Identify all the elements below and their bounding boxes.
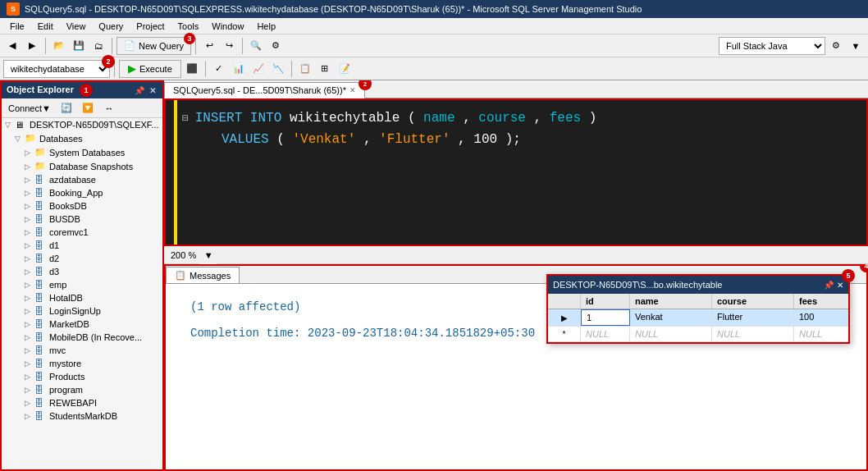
zoom-level: 200 % xyxy=(171,250,196,260)
execute-button[interactable]: ▶ Execute xyxy=(119,60,181,78)
forward-btn[interactable]: ▶ xyxy=(23,37,41,55)
toolbar-row2: wikitechydatabase 2 ▶ Execute ⬛ ✓ 📊 📈 📉 … xyxy=(0,57,868,80)
more-btn2[interactable]: ⚙ xyxy=(267,37,285,55)
object-explorer: Object Explorer 1 📌 ✕ Connect▼ 🔄 🔽 ↔ ▽ 🖥… xyxy=(0,80,164,471)
products-node[interactable]: ▷ 🗄 Products xyxy=(21,370,162,383)
more-btn1[interactable]: 🔍 xyxy=(247,37,265,55)
undo-btn[interactable]: ↩ xyxy=(200,37,218,55)
execute-icon: ▶ xyxy=(128,62,136,75)
zoom-btn[interactable]: ▼ xyxy=(199,246,217,264)
text-btn[interactable]: 📝 xyxy=(336,60,354,78)
badge-2-tab: 2 xyxy=(359,80,372,90)
parse-btn[interactable]: ✓ xyxy=(210,60,228,78)
badge-5: 5 xyxy=(842,269,855,282)
row-indicator-1: ▶ xyxy=(548,309,581,326)
grid-cell-course-null: NULL xyxy=(712,327,794,341)
new-query-button[interactable]: 📄 New Query 3 xyxy=(116,37,191,55)
menu-project[interactable]: Project xyxy=(130,20,171,33)
menu-tools[interactable]: Tools xyxy=(171,20,206,33)
d2-node[interactable]: ▷ 🗄 d2 xyxy=(21,252,162,265)
grid-cell-id-1: 1 xyxy=(581,309,630,326)
database-snapshots-node[interactable]: ▷ 📁 Database Snapshots xyxy=(21,159,162,173)
oe-filter-btn[interactable]: 🔽 xyxy=(79,99,97,117)
sep2 xyxy=(112,38,112,54)
grid-cell-name-null: NULL xyxy=(630,327,712,341)
oe-close-icon[interactable]: ✕ xyxy=(148,85,158,96)
menu-file[interactable]: File xyxy=(3,20,31,33)
redo-btn[interactable]: ↪ xyxy=(220,37,238,55)
fullstack-selector[interactable]: Full Stack Java xyxy=(719,37,825,55)
grid-pin-icon[interactable]: 📌 xyxy=(824,281,834,290)
oe-pin-icon[interactable]: 📌 xyxy=(133,85,146,96)
d3-node[interactable]: ▷ 🗄 d3 xyxy=(21,265,162,278)
grid-cell-fees-1: 100 xyxy=(794,309,852,326)
grid-col-indicator xyxy=(548,294,581,309)
grid-row-null[interactable]: * NULL NULL NULL NULL xyxy=(548,327,848,342)
server-node[interactable]: ▽ 🖥 DESKTOP-N65D09T\SQLEXF... xyxy=(2,118,162,131)
right-area: SQLQuery5.sql - DE...5D09T\Sharuk (65))*… xyxy=(164,80,868,471)
main-area: Object Explorer 1 📌 ✕ Connect▼ 🔄 🔽 ↔ ▽ 🖥… xyxy=(0,80,868,471)
mystore-node[interactable]: ▷ 🗄 mystore xyxy=(21,357,162,370)
grid-col-name: name xyxy=(630,294,712,309)
grid-col-id: id xyxy=(581,294,630,309)
code-line-2: VALUES ( 'Venkat' , 'Flutter' , 100 ); xyxy=(182,130,850,151)
d1-node[interactable]: ▷ 🗄 d1 xyxy=(21,239,162,252)
grid-btn[interactable]: ⊞ xyxy=(316,60,334,78)
booking-app-node[interactable]: ▷ 🗄 Booking_App xyxy=(21,186,162,199)
databases-node[interactable]: ▽ 📁 Databases xyxy=(11,131,162,145)
marketdb-node[interactable]: ▷ 🗄 MarketDB xyxy=(21,318,162,331)
menu-help[interactable]: Help xyxy=(250,20,282,33)
oe-refresh-btn[interactable]: 🔄 xyxy=(57,99,75,117)
grid-close-icon[interactable]: ✕ xyxy=(837,281,843,290)
grid-row-1[interactable]: ▶ 1 Venkat Flutter 100 xyxy=(548,309,848,327)
menu-query[interactable]: Query xyxy=(92,20,130,33)
program-node[interactable]: ▷ 🗄 program xyxy=(21,383,162,396)
booksdb-node[interactable]: ▷ 🗄 BooksDB xyxy=(21,199,162,213)
studentsmarkdb-node[interactable]: ▷ 🗄 StudentsMarkDB xyxy=(21,409,162,423)
stop-btn[interactable]: ⬛ xyxy=(183,60,201,78)
editor-area[interactable]: ⊟ INSERT INTO wikitechytable ( name , co… xyxy=(164,98,868,246)
sep3 xyxy=(195,38,196,54)
fullstack-settings[interactable]: ⚙ xyxy=(827,37,845,55)
save-btn[interactable]: 💾 xyxy=(70,37,88,55)
system-databases-node[interactable]: ▷ 📁 System Databases xyxy=(21,145,162,159)
tab-bar: SQLQuery5.sql - DE...5D09T\Sharuk (65))*… xyxy=(164,80,868,98)
save-all-btn[interactable]: 🗂 xyxy=(89,37,107,55)
busdb-node[interactable]: ▷ 🗄 BUSDB xyxy=(21,213,162,226)
oe-sync-btn[interactable]: ↔ xyxy=(100,99,118,117)
client-stats-btn[interactable]: 📉 xyxy=(269,60,287,78)
rewebapi-node[interactable]: ▷ 🗄 REWEBAPI xyxy=(21,396,162,409)
actual-plan-btn[interactable]: 📈 xyxy=(249,60,267,78)
menu-view[interactable]: View xyxy=(60,20,93,33)
oe-connect-btn[interactable]: Connect▼ xyxy=(5,99,54,117)
coremvc1-node[interactable]: ▷ 🗄 coremvc1 xyxy=(21,226,162,239)
azdatabase-node[interactable]: ▷ 🗄 azdatabase xyxy=(21,173,162,186)
sep6 xyxy=(205,61,206,77)
app-icon: S xyxy=(7,2,20,16)
fullstack-more[interactable]: ▼ xyxy=(847,37,865,55)
open-file-btn[interactable]: 📂 xyxy=(50,37,68,55)
grid-cell-id-null: NULL xyxy=(581,327,630,341)
tab-close-icon[interactable]: ✕ xyxy=(349,86,356,94)
menu-window[interactable]: Window xyxy=(205,20,250,33)
mvc-node[interactable]: ▷ 🗄 mvc xyxy=(21,344,162,357)
grid-overlay-window: 5 DESKTOP-N65D09T\S...bo.wikitechytable … xyxy=(546,274,850,344)
emp-node[interactable]: ▷ 🗄 emp xyxy=(21,278,162,291)
results-btn[interactable]: 📋 xyxy=(296,60,314,78)
hotaldb-node[interactable]: ▷ 🗄 HotalDB xyxy=(21,291,162,304)
mobiledb-node[interactable]: ▷ 🗄 MobileDB (In Recove... xyxy=(21,331,162,344)
display-est-btn[interactable]: 📊 xyxy=(230,60,248,78)
active-tab[interactable]: SQLQuery5.sql - DE...5D09T\Sharuk (65))*… xyxy=(164,82,365,98)
line-indicator xyxy=(174,100,177,245)
code-line-1: ⊟ INSERT INTO wikitechytable ( name , co… xyxy=(182,108,850,130)
oe-header-icons: 📌 ✕ xyxy=(133,85,158,96)
grid-title-text: DESKTOP-N65D09T\S...bo.wikitechytable xyxy=(553,280,824,290)
loginsignup-node[interactable]: ▷ 🗄 LoginSignUp xyxy=(21,304,162,318)
menu-edit[interactable]: Edit xyxy=(31,20,60,33)
sep4 xyxy=(242,38,243,54)
back-btn[interactable]: ◀ xyxy=(3,37,21,55)
database-selector[interactable]: wikitechydatabase xyxy=(3,60,110,78)
oe-header: Object Explorer 1 📌 ✕ xyxy=(2,82,162,98)
menu-bar: File Edit View Query Project Tools Windo… xyxy=(0,18,868,34)
messages-tab[interactable]: 📋 Messages xyxy=(166,267,240,283)
